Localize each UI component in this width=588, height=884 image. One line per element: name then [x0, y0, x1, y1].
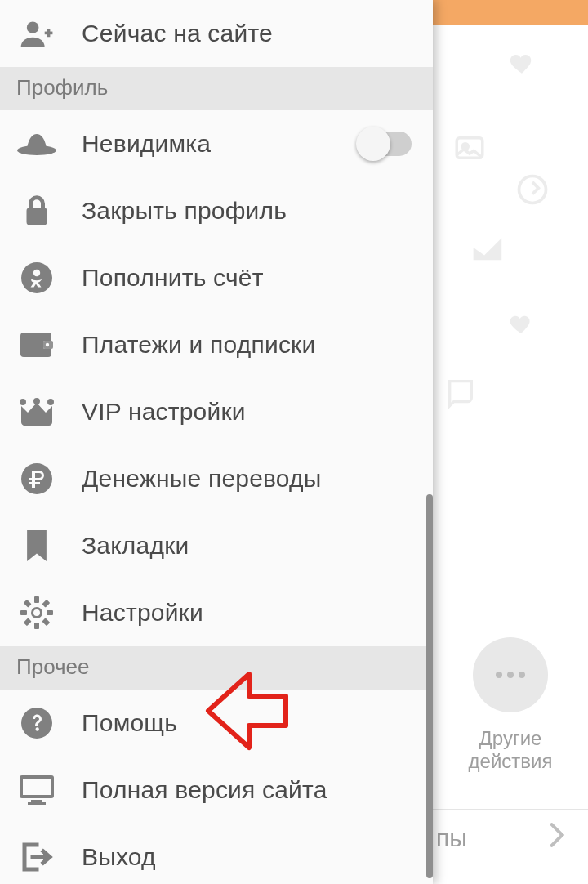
monitor-icon [16, 773, 57, 807]
section-header-profile: Профиль [0, 67, 433, 110]
svg-rect-20 [20, 610, 27, 615]
other-actions-label: Другие действия [457, 727, 564, 772]
svg-rect-21 [47, 610, 53, 615]
section-header-other: Прочее [0, 646, 433, 690]
nav-item-help[interactable]: Помощь [0, 690, 433, 757]
nav-item-topup[interactable]: Пополнить счёт [0, 244, 433, 311]
nav-item-label: Закладки [82, 532, 416, 560]
toggle-knob [356, 127, 390, 161]
svg-rect-19 [34, 623, 39, 629]
more-icon [473, 637, 548, 712]
nav-item-label: Денежные переводы [82, 465, 416, 493]
help-icon [16, 706, 57, 740]
crown-icon [16, 395, 57, 429]
nav-item-label: Настройки [82, 599, 416, 627]
ruble-coin-icon [16, 462, 57, 496]
bookmark-icon [16, 529, 57, 563]
svg-rect-7 [27, 208, 47, 225]
nav-item-label: Выход [82, 843, 416, 871]
svg-point-9 [33, 270, 40, 276]
nav-item-label: Полная версия сайта [82, 776, 416, 804]
svg-rect-23 [24, 618, 32, 626]
bottom-row-fragment[interactable]: пы [433, 809, 588, 866]
svg-point-16 [47, 399, 54, 405]
nav-item-label: Закрыть профиль [82, 197, 416, 225]
logout-icon [16, 840, 57, 874]
svg-point-2 [519, 176, 546, 203]
gear-icon [16, 596, 57, 630]
nav-item-logout[interactable]: Выход [0, 824, 433, 884]
svg-rect-25 [42, 618, 50, 626]
svg-rect-31 [28, 802, 46, 805]
nav-item-online-now[interactable]: Сейчас на сайте [0, 0, 433, 67]
bottom-row-text: пы [433, 824, 467, 852]
nav-item-close-profile[interactable]: Закрыть профиль [0, 177, 433, 244]
nav-item-label: Сейчас на сайте [82, 20, 416, 47]
faded-background-icons [433, 25, 588, 384]
nav-item-vip[interactable]: VIP настройки [0, 378, 433, 445]
svg-point-8 [21, 262, 52, 293]
nav-item-label: VIP настройки [82, 398, 416, 426]
chevron-right-icon [549, 822, 565, 854]
nav-item-bookmarks[interactable]: Закладки [0, 512, 433, 579]
svg-rect-18 [34, 596, 39, 603]
nav-item-settings[interactable]: Настройки [0, 579, 433, 646]
nav-item-full-version[interactable]: Полная версия сайта [0, 757, 433, 824]
nav-item-label: Платежи и подписки [82, 331, 416, 359]
other-actions-card[interactable]: Другие действия [457, 637, 564, 772]
svg-rect-22 [42, 600, 50, 608]
svg-rect-5 [47, 29, 51, 38]
nav-item-invisible[interactable]: Невидимка [0, 110, 433, 177]
nav-item-transfers[interactable]: Денежные переводы [0, 445, 433, 512]
nav-item-label: Пополнить счёт [82, 264, 416, 292]
invisible-toggle[interactable] [358, 132, 412, 156]
scrollbar-thumb[interactable] [426, 494, 433, 878]
nav-drawer: Сейчас на сайте Профиль Невидимка [0, 0, 433, 884]
svg-rect-24 [24, 600, 32, 608]
svg-point-3 [27, 21, 39, 33]
svg-point-14 [20, 399, 26, 405]
svg-rect-30 [31, 800, 42, 802]
svg-point-13 [46, 343, 49, 346]
nav-item-label: Помощь [82, 709, 416, 737]
hat-icon [16, 127, 57, 161]
lock-icon [16, 194, 57, 228]
person-add-icon [16, 16, 57, 51]
wallet-icon [16, 328, 57, 362]
nav-item-label: Невидимка [82, 130, 358, 158]
ok-coin-icon [16, 261, 57, 295]
nav-item-payments[interactable]: Платежи и подписки [0, 311, 433, 378]
